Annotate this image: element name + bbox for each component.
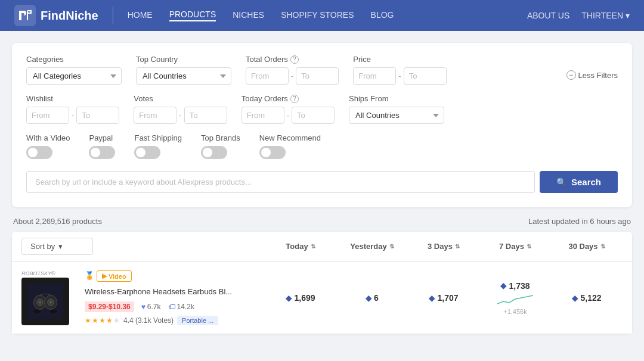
video-badge: 🏅 ▶ Video bbox=[85, 270, 255, 284]
range-sep-1: - bbox=[291, 71, 293, 80]
new-recommend-toggle-group: New Recommend bbox=[259, 133, 321, 159]
nav-products[interactable]: PRODUCTS bbox=[169, 10, 216, 21]
less-filters-button[interactable]: − Less Filters bbox=[566, 67, 618, 83]
range-sep-2: - bbox=[398, 71, 401, 80]
price-label: Price bbox=[353, 55, 446, 64]
diamond-icon-3days: ◆ bbox=[429, 294, 435, 303]
svg-point-9 bbox=[50, 310, 57, 313]
table-columns: Today ⇅ Yesterday ⇅ 3 Days ⇅ 7 Days ⇅ 30… bbox=[93, 242, 623, 251]
table-row: ROBOTSKY® bbox=[12, 262, 632, 334]
today-orders-from[interactable] bbox=[242, 107, 284, 124]
wishlist-range: - bbox=[26, 107, 119, 124]
price-from[interactable] bbox=[353, 67, 396, 85]
sparkline-7days bbox=[497, 293, 533, 307]
votes-filter: Votes - bbox=[134, 94, 227, 124]
tags-count: 🏷 14.2k bbox=[168, 303, 194, 311]
top-brands-label: Top Brands bbox=[201, 133, 240, 142]
wishlist-label: Wishlist bbox=[26, 94, 119, 103]
nav-niches[interactable]: NICHES bbox=[233, 10, 264, 21]
wishlist-filter: Wishlist - bbox=[26, 94, 119, 124]
thirty-days-col: ◆ 5,122 bbox=[551, 293, 623, 303]
product-meta: $9.29-$10.36 ♥ 6.7k 🏷 14.2k bbox=[85, 301, 255, 312]
nav-shopify[interactable]: SHOPIFY STORES bbox=[281, 10, 354, 21]
portable-badge[interactable]: Portable ... bbox=[177, 316, 218, 325]
sort-by-button[interactable]: Sort by ▾ bbox=[21, 238, 93, 255]
fast-shipping-toggle-group: Fast Shipping bbox=[134, 133, 182, 159]
rating-row: ★ ★ ★ ★ ★ 4.4 (3.1k Votes) Portable ... bbox=[85, 316, 255, 325]
categories-label: Categories bbox=[26, 55, 122, 64]
ships-from-select[interactable]: All Countries bbox=[349, 107, 444, 124]
total-orders-filter: Total Orders ? - bbox=[246, 55, 339, 85]
toggle-row: With a Video Paypal Fast Shipping Top Br… bbox=[26, 133, 618, 159]
nav-about-us[interactable]: ABOUT US bbox=[527, 11, 569, 20]
product-video-badge: ▶ Video bbox=[97, 270, 132, 282]
diamond-icon-yesterday: ◆ bbox=[366, 294, 371, 303]
total-orders-to[interactable] bbox=[296, 67, 339, 85]
sort-icon-7days: ⇅ bbox=[527, 244, 531, 250]
paypal-toggle[interactable] bbox=[89, 146, 115, 159]
top-country-filter: Top Country All Countries bbox=[136, 55, 231, 85]
categories-filter: Categories All Categories bbox=[26, 55, 122, 85]
total-orders-from[interactable] bbox=[246, 67, 289, 85]
svg-point-4 bbox=[39, 301, 42, 304]
categories-select[interactable]: All Categories bbox=[26, 67, 122, 85]
rating-value: 4.4 (3.1k Votes) bbox=[123, 316, 174, 325]
paypal-label: Paypal bbox=[89, 133, 113, 142]
top-country-select[interactable]: All Countries bbox=[136, 67, 231, 85]
results-header: About 2,269,516 products Latest updated … bbox=[12, 217, 632, 226]
price-filter: Price - bbox=[353, 55, 446, 85]
col-yesterday[interactable]: Yesterday ⇅ bbox=[336, 242, 408, 251]
votes-to[interactable] bbox=[184, 107, 227, 124]
product-image[interactable] bbox=[21, 278, 69, 325]
nav-home[interactable]: HOME bbox=[128, 10, 153, 21]
logo-text: FindNiche bbox=[41, 9, 98, 23]
diamond-icon-today: ◆ bbox=[286, 294, 292, 303]
col-7days[interactable]: 7 Days ⇅ bbox=[479, 242, 551, 251]
search-button[interactable]: 🔍 Search bbox=[540, 171, 618, 193]
product-title[interactable]: Wireless-Earphone Headsets Earbuds Bl... bbox=[85, 287, 255, 297]
fast-shipping-toggle[interactable] bbox=[134, 146, 160, 159]
product-brand: ROBOTSKY® bbox=[21, 270, 75, 276]
seven-days-sub: +1,456k bbox=[503, 308, 527, 315]
yesterday-value: ◆ 6 bbox=[366, 293, 379, 303]
total-orders-info-icon[interactable]: ? bbox=[290, 55, 299, 64]
price-to[interactable] bbox=[404, 67, 447, 85]
today-orders-label: Today Orders ? bbox=[242, 94, 335, 103]
new-recommend-toggle[interactable] bbox=[259, 146, 286, 159]
range-sep-4: - bbox=[179, 111, 181, 120]
wishlist-to[interactable] bbox=[76, 107, 119, 124]
range-sep-5: - bbox=[287, 111, 289, 120]
total-orders-label: Total Orders ? bbox=[246, 55, 339, 64]
col-30days[interactable]: 30 Days ⇅ bbox=[551, 242, 623, 251]
top-brands-toggle[interactable] bbox=[201, 146, 227, 159]
nav-thirteen-dropdown[interactable]: THIRTEEN ▾ bbox=[581, 11, 630, 20]
search-input[interactable] bbox=[26, 171, 535, 193]
logo[interactable]: FindNiche bbox=[14, 5, 98, 26]
col-3days[interactable]: 3 Days ⇅ bbox=[408, 242, 479, 251]
table-header: Sort by ▾ Today ⇅ Yesterday ⇅ 3 Days ⇅ 7… bbox=[12, 232, 632, 262]
chevron-down-icon-sortby: ▾ bbox=[58, 242, 63, 251]
votes-from[interactable] bbox=[134, 107, 177, 124]
today-value: ◆ 1,699 bbox=[286, 293, 315, 303]
col-today[interactable]: Today ⇅ bbox=[265, 242, 336, 251]
search-icon: 🔍 bbox=[556, 178, 566, 187]
sort-icon-yesterday: ⇅ bbox=[389, 244, 394, 250]
filter-panel: Categories All Categories Top Country Al… bbox=[12, 43, 632, 207]
nav-blog[interactable]: BLOG bbox=[371, 10, 394, 21]
three-days-col: ◆ 1,707 bbox=[408, 293, 479, 303]
logo-icon bbox=[14, 5, 36, 26]
fire-icon: 🏅 bbox=[85, 271, 94, 280]
total-orders-range: - bbox=[246, 67, 339, 85]
today-orders-range: - bbox=[242, 107, 335, 124]
three-days-value: ◆ 1,707 bbox=[429, 293, 458, 303]
wishlist-from[interactable] bbox=[26, 107, 69, 124]
nav-links: HOME PRODUCTS NICHES SHOPIFY STORES BLOG bbox=[128, 10, 527, 21]
paypal-toggle-group: Paypal bbox=[89, 133, 115, 159]
today-orders-to[interactable] bbox=[292, 107, 335, 124]
nav-right: ABOUT US THIRTEEN ▾ bbox=[527, 11, 630, 20]
today-orders-info-icon[interactable]: ? bbox=[290, 95, 299, 103]
with-video-toggle[interactable] bbox=[26, 146, 52, 159]
star-3: ★ bbox=[99, 316, 106, 325]
sort-icon-3days: ⇅ bbox=[455, 244, 460, 250]
top-brands-toggle-group: Top Brands bbox=[201, 133, 240, 159]
